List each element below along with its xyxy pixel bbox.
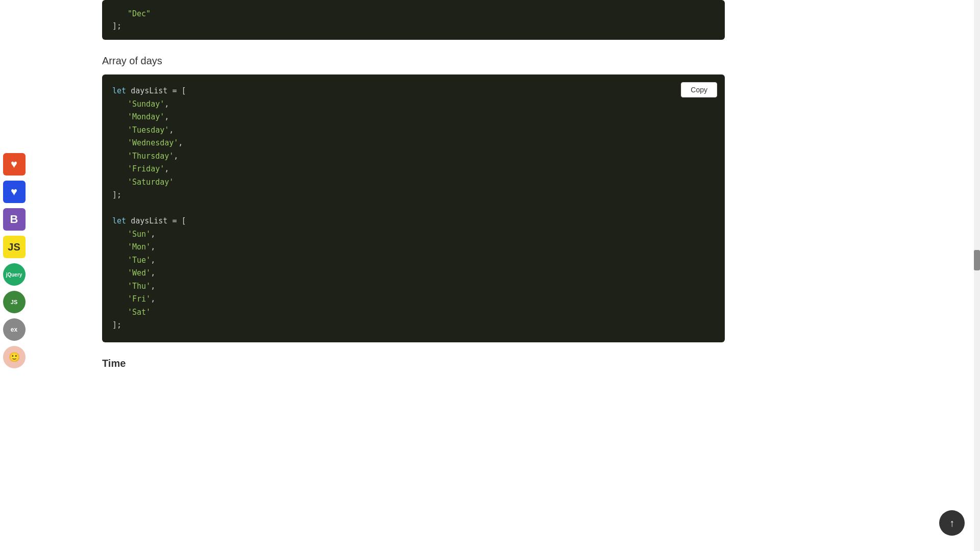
sidebar-icon-express[interactable]: ex <box>3 318 26 341</box>
html5-label: ♥ <box>11 158 17 171</box>
block2-sat: 'Sat' <box>112 306 715 319</box>
let-keyword-2: let <box>112 216 126 226</box>
array-of-days-title: Array of days <box>102 55 725 67</box>
top-bracket-close: ]; <box>112 21 121 31</box>
open-bracket-1: [ <box>181 86 186 95</box>
block2-wed: 'Wed', <box>112 267 715 280</box>
blank-line <box>112 202 715 215</box>
sidebar-icon-bootstrap[interactable]: B <box>3 208 26 231</box>
block2-sun: 'Sun', <box>112 228 715 241</box>
block2-tue: 'Tue', <box>112 254 715 267</box>
equals-op-2: = <box>172 216 181 226</box>
sidebar-icon-other[interactable]: 🙂 <box>3 346 26 368</box>
top-code-block: "Dec" ]; <box>102 0 725 40</box>
block1-close: ]; <box>112 189 715 202</box>
sidebar-icon-js[interactable]: JS <box>3 236 26 258</box>
top-dec-string: "Dec" <box>128 9 151 18</box>
block2-thu: 'Thu', <box>112 280 715 293</box>
jquery-label: jQuery <box>6 272 22 278</box>
block2-mon: 'Mon', <box>112 241 715 254</box>
block1-sunday: 'Sunday', <box>112 98 715 111</box>
css3-label: ♥ <box>11 185 17 198</box>
sidebar-icon-html5[interactable]: ♥ <box>3 153 26 176</box>
block1-wednesday: 'Wednesday', <box>112 137 715 150</box>
express-label: ex <box>11 326 17 333</box>
block1-tuesday: 'Tuesday', <box>112 124 715 137</box>
sidebar-icon-jquery[interactable]: jQuery <box>3 263 26 286</box>
bootstrap-label: B <box>10 213 18 226</box>
block1-declaration: let daysList = [ <box>112 85 715 98</box>
top-line-dec: "Dec" <box>112 8 715 20</box>
time-section-title: Time <box>102 358 725 369</box>
let-keyword-1: let <box>112 86 126 95</box>
block2-fri: 'Fri', <box>112 293 715 306</box>
block1-thursday: 'Thursday', <box>112 150 715 163</box>
block2-declaration: let daysList = [ <box>112 215 715 228</box>
sidebar: ♥ ♥ B JS jQuery JS ex 🙂 <box>0 0 28 551</box>
nodejs-label: JS <box>11 299 17 305</box>
var-dayslist-2: daysList <box>131 216 172 226</box>
sidebar-icon-nodejs[interactable]: JS <box>3 291 26 313</box>
scrollbar[interactable] <box>974 0 980 551</box>
top-line-bracket: ]; <box>112 20 715 32</box>
block1-monday: 'Monday', <box>112 111 715 124</box>
block1-saturday: 'Saturday' <box>112 176 715 189</box>
equals-op-1: = <box>172 86 181 95</box>
scroll-to-top-icon: ↑ <box>949 517 954 529</box>
open-bracket-2: [ <box>181 216 186 226</box>
block2-close: ]; <box>112 319 715 332</box>
sidebar-icon-css3[interactable]: ♥ <box>3 181 26 203</box>
days-code-block: Copy let daysList = [ 'Sunday', 'Monday'… <box>102 74 725 342</box>
js-label: JS <box>8 241 20 253</box>
var-dayslist-1: daysList <box>131 86 172 95</box>
scrollbar-thumb[interactable] <box>974 250 980 270</box>
block1-friday: 'Friday', <box>112 163 715 176</box>
other-label: 🙂 <box>9 352 20 363</box>
main-content: "Dec" ]; Array of days Copy let daysList… <box>31 0 745 390</box>
scroll-to-top-button[interactable]: ↑ <box>939 510 965 536</box>
copy-button[interactable]: Copy <box>681 82 717 97</box>
